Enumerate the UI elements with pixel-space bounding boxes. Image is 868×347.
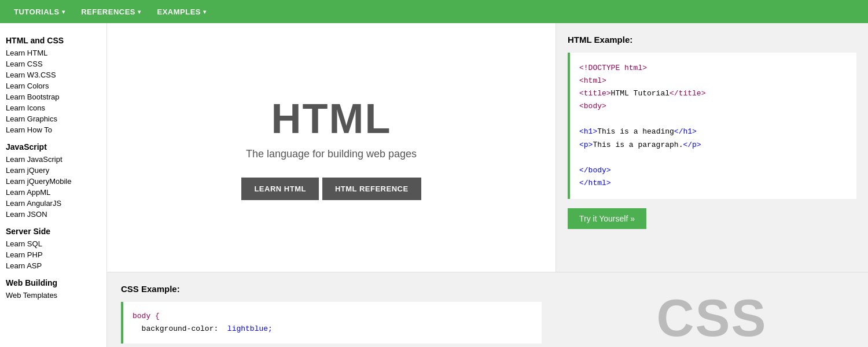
nav-references-label: REFERENCES bbox=[81, 8, 135, 16]
code-body-open: <body> bbox=[579, 102, 606, 110]
sidebar-link-learn-colors[interactable]: Learn Colors bbox=[6, 80, 106, 91]
code-p-text: This is a paragraph. bbox=[593, 141, 683, 149]
css-section: CSS Example: body { background-color: li… bbox=[107, 272, 868, 347]
nav-examples-label: EXAMPLES bbox=[157, 8, 201, 16]
sidebar-link-learn-html[interactable]: Learn HTML bbox=[6, 47, 106, 58]
hero-subtitle: The language for building web pages bbox=[246, 148, 417, 160]
sidebar-section-server-side: Server Side Learn SQL Learn PHP Learn AS… bbox=[6, 227, 106, 271]
css-example-title: CSS Example: bbox=[121, 284, 542, 294]
code-body-close: </body> bbox=[579, 166, 611, 175]
top-navigation: TUTORIALS ▾ REFERENCES ▾ EXAMPLES ▾ bbox=[0, 0, 868, 23]
sidebar-link-learn-json[interactable]: Learn JSON bbox=[6, 209, 106, 220]
html-reference-button[interactable]: HTML REFERENCE bbox=[322, 178, 421, 200]
css-value: lightblue; bbox=[227, 324, 273, 333]
hero-title: HTML bbox=[271, 95, 392, 142]
nav-references[interactable]: REFERENCES ▾ bbox=[73, 0, 149, 23]
sidebar-link-learn-sql[interactable]: Learn SQL bbox=[6, 238, 106, 249]
learn-html-button[interactable]: LEARN HTML bbox=[241, 178, 319, 200]
css-example-left: CSS Example: body { background-color: li… bbox=[107, 272, 556, 347]
sidebar-link-learn-jquerymobile[interactable]: Learn jQueryMobile bbox=[6, 176, 106, 187]
css-selector: body { bbox=[133, 312, 160, 320]
sidebar-section-html-css: HTML and CSS Learn HTML Learn CSS Learn … bbox=[6, 36, 106, 135]
sidebar-link-learn-bootstrap[interactable]: Learn Bootstrap bbox=[6, 91, 106, 102]
page-layout: HTML and CSS Learn HTML Learn CSS Learn … bbox=[0, 23, 868, 347]
code-line-1: <!DOCTYPE html> bbox=[579, 62, 847, 75]
sidebar-link-learn-php[interactable]: Learn PHP bbox=[6, 249, 106, 260]
try-it-yourself-button[interactable]: Try it Yourself » bbox=[568, 208, 646, 229]
sidebar-section-javascript: JavaScript Learn JavaScript Learn jQuery… bbox=[6, 142, 106, 220]
code-line-blank1 bbox=[579, 113, 847, 125]
sidebar-section-title-web-building: Web Building bbox=[6, 278, 106, 287]
code-line-p: <p>This is a paragraph.</p> bbox=[579, 139, 847, 152]
sidebar-link-learn-graphics[interactable]: Learn Graphics bbox=[6, 113, 106, 124]
sidebar: HTML and CSS Learn HTML Learn CSS Learn … bbox=[0, 23, 107, 347]
code-html-open: <html> bbox=[579, 76, 606, 85]
code-line-blank2 bbox=[579, 152, 847, 164]
nav-examples-arrow: ▾ bbox=[203, 9, 207, 15]
code-p-open: <p> bbox=[579, 141, 593, 149]
sidebar-link-learn-icons[interactable]: Learn Icons bbox=[6, 102, 106, 113]
sidebar-section-web-building: Web Building Web Templates bbox=[6, 278, 106, 301]
html-code-box: <!DOCTYPE html> <html> <title>HTML Tutor… bbox=[568, 53, 856, 199]
sidebar-link-learn-how-to[interactable]: Learn How To bbox=[6, 124, 106, 135]
sidebar-section-title-html-css: HTML and CSS bbox=[6, 36, 106, 45]
sidebar-link-learn-appml[interactable]: Learn AppML bbox=[6, 187, 106, 198]
code-h1-open: <h1> bbox=[579, 127, 597, 136]
code-line-html-close: </html> bbox=[579, 177, 847, 190]
nav-tutorials[interactable]: TUTORIALS ▾ bbox=[6, 0, 73, 23]
css-code-box: body { background-color: lightblue; bbox=[121, 302, 542, 344]
nav-tutorials-label: TUTORIALS bbox=[14, 8, 60, 16]
html-example-panel: HTML Example: <!DOCTYPE html> <html> <ti… bbox=[556, 23, 868, 272]
css-code-line-selector: body { bbox=[133, 310, 532, 323]
code-line-body-close: </body> bbox=[579, 164, 847, 177]
code-line-2: <html> bbox=[579, 75, 847, 87]
code-line-3: <title>HTML Tutorial</title> bbox=[579, 87, 847, 100]
nav-references-arrow: ▾ bbox=[138, 9, 141, 15]
sidebar-link-learn-css[interactable]: Learn CSS bbox=[6, 58, 106, 69]
css-code-line-property: background-color: lightblue; bbox=[133, 323, 532, 335]
main-content: HTML The language for building web pages… bbox=[107, 23, 868, 347]
hero-buttons: LEARN HTML HTML REFERENCE bbox=[241, 178, 421, 200]
code-doctype: <!DOCTYPE html> bbox=[579, 64, 647, 72]
sidebar-link-learn-w3css[interactable]: Learn W3.CSS bbox=[6, 69, 106, 80]
nav-examples[interactable]: EXAMPLES ▾ bbox=[149, 0, 215, 23]
code-h1-text: This is a heading bbox=[597, 127, 674, 136]
sidebar-link-learn-js[interactable]: Learn JavaScript bbox=[6, 154, 106, 165]
sidebar-link-web-templates[interactable]: Web Templates bbox=[6, 290, 106, 301]
sidebar-link-learn-asp[interactable]: Learn ASP bbox=[6, 260, 106, 271]
sidebar-section-title-server: Server Side bbox=[6, 227, 106, 236]
sidebar-link-learn-jquery[interactable]: Learn jQuery bbox=[6, 165, 106, 176]
code-html-close: </html> bbox=[579, 179, 611, 187]
nav-tutorials-arrow: ▾ bbox=[62, 9, 65, 15]
code-title-text: HTML Tutorial bbox=[611, 89, 670, 98]
code-p-close: </p> bbox=[683, 141, 701, 149]
code-title-open: <title> bbox=[579, 89, 611, 98]
sidebar-section-title-js: JavaScript bbox=[6, 142, 106, 152]
hero-content: HTML The language for building web pages… bbox=[107, 23, 556, 272]
hero-section: HTML The language for building web pages… bbox=[107, 23, 868, 272]
css-big-title: CSS bbox=[656, 289, 767, 347]
css-property: background-color: bbox=[142, 324, 219, 333]
css-hero-right: CSS bbox=[556, 272, 868, 347]
code-title-close: </title> bbox=[670, 89, 705, 98]
sidebar-link-learn-angularjs[interactable]: Learn AngularJS bbox=[6, 198, 106, 209]
code-line-4: <body> bbox=[579, 100, 847, 113]
code-h1-close: </h1> bbox=[674, 127, 697, 136]
code-line-h1: <h1>This is a heading</h1> bbox=[579, 125, 847, 138]
html-example-title: HTML Example: bbox=[568, 35, 856, 45]
